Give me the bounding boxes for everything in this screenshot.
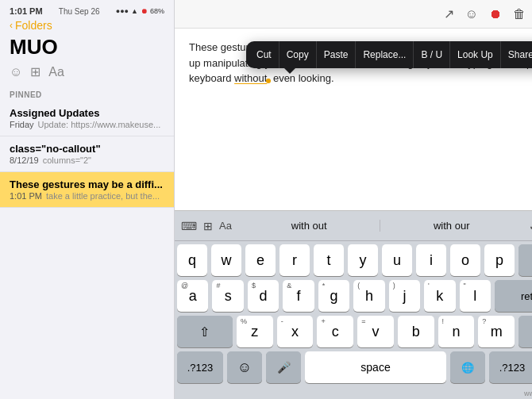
status-bar: 1:01 PM Thu Sep 26 ●●● ▲ ⏺ 68% [10, 6, 164, 16]
numbers-right-key[interactable]: .?123 [489, 351, 532, 383]
sidebar: 1:01 PM Thu Sep 26 ●●● ▲ ⏺ 68% ‹ Folders… [0, 0, 175, 399]
note-preview-2: columns="2" [43, 155, 91, 165]
context-bold-underline[interactable]: B / U [414, 41, 450, 68]
checkmark-icon[interactable]: ✓ [529, 220, 532, 232]
space-key[interactable]: space [305, 351, 446, 383]
key-x[interactable]: -x [277, 316, 314, 347]
keyboard: q w e r t y u i o p ⌫ @a #s $d &f *g (h … [175, 241, 532, 389]
autocomplete-right: ✓ ⊙ ⤢ [522, 220, 532, 232]
key-u[interactable]: u [382, 244, 412, 276]
note-preview-1: Update: https://www.makeuse... [38, 120, 161, 129]
autocomplete-left: ⌨ ⊞ Aa [175, 220, 238, 232]
sidebar-header: 1:01 PM Thu Sep 26 ●●● ▲ ⏺ 68% ‹ Folders… [0, 0, 174, 87]
text-size-icon[interactable]: Aa [48, 65, 64, 79]
emoji-key[interactable]: ☺ [227, 351, 262, 383]
key-a[interactable]: @a [177, 280, 208, 312]
main-panel: ↗ ☺ ⏺ 🗑 ⬆ ✏ Cut Copy Paste Replace... B … [175, 0, 532, 399]
key-row-3: ⇧ %z -x +c =v b !n ?m ⇧ [177, 316, 532, 347]
key-row-2: @a #s $d &f *g (h )j 'k "l return [177, 280, 532, 312]
watermark: www.itiam.com [175, 389, 532, 399]
sidebar-title: MUO [10, 35, 164, 59]
key-d[interactable]: $d [248, 280, 279, 312]
shift-right-key[interactable]: ⇧ [519, 316, 532, 347]
key-f[interactable]: &f [283, 280, 314, 312]
context-paste[interactable]: Paste [317, 41, 357, 68]
key-r[interactable]: r [279, 244, 310, 276]
autocomplete-suggestions: with out with our [238, 220, 522, 232]
chevron-left-icon: ‹ [10, 20, 13, 31]
context-cut[interactable]: Cut [249, 41, 279, 68]
note-title-3: These gestures may be a diffi... [10, 178, 164, 190]
autocomplete-bar: ⌨ ⊞ Aa with out with our ✓ ⊙ ⤢ [175, 211, 532, 241]
note-text-2: even looking. [270, 72, 333, 84]
note-title-1: Assigned Updates [10, 107, 164, 119]
share-icon[interactable]: ↗ [444, 6, 454, 21]
note-preview-3: take a little practice, but the... [46, 191, 160, 201]
recording-icon: ⏺ [141, 7, 148, 15]
key-l[interactable]: "l [460, 280, 491, 312]
note-date-3: 1:01 PM [10, 191, 42, 201]
context-copy[interactable]: Copy [279, 41, 317, 68]
key-e[interactable]: e [245, 244, 276, 276]
smiley-icon[interactable]: ☺ [10, 65, 22, 79]
keyboard-resize-icon[interactable]: ⌨ [181, 220, 197, 232]
backspace-key[interactable]: ⌫ [519, 244, 532, 276]
key-g[interactable]: *g [318, 280, 349, 312]
mic-key[interactable]: 🎤 [266, 351, 301, 383]
note-meta-3: 1:01 PM take a little practice, but the.… [10, 191, 164, 201]
international-key[interactable]: 🌐 [450, 351, 485, 383]
note-title-2: class="no-callout" [10, 143, 164, 155]
key-c[interactable]: +c [317, 316, 353, 347]
key-k[interactable]: 'k [424, 280, 455, 312]
key-y[interactable]: y [348, 244, 378, 276]
key-row-4: .?123 ☺ 🎤 space 🌐 .?123 ⌨ [177, 351, 532, 383]
suggestion-2[interactable]: with our [380, 220, 522, 232]
trash-icon[interactable]: 🗑 [513, 7, 526, 21]
key-m[interactable]: ?m [478, 316, 515, 347]
key-p[interactable]: p [484, 244, 515, 276]
font-icon[interactable]: Aa [219, 220, 232, 232]
note-meta-2: 8/12/19 columns="2" [10, 155, 164, 165]
record-icon[interactable]: ⏺ [489, 7, 502, 21]
key-j[interactable]: )j [389, 280, 420, 312]
shift-key[interactable]: ⇧ [177, 316, 233, 347]
return-key[interactable]: return [495, 280, 532, 312]
status-icons: ●●● ▲ ⏺ 68% [116, 7, 164, 15]
key-n[interactable]: !n [438, 316, 475, 347]
key-q[interactable]: q [177, 244, 207, 276]
key-h[interactable]: (h [353, 280, 384, 312]
table-icon[interactable]: ⊞ [203, 220, 213, 232]
key-b[interactable]: b [398, 316, 434, 347]
suggestion-1[interactable]: with out [238, 220, 381, 232]
key-s[interactable]: #s [212, 280, 243, 312]
folders-button[interactable]: ‹ Folders [10, 19, 164, 32]
note-highlighted-word: without [234, 72, 267, 84]
key-o[interactable]: o [450, 244, 480, 276]
key-v[interactable]: =v [357, 316, 394, 347]
main-toolbar: ↗ ☺ ⏺ 🗑 ⬆ ✏ [175, 0, 532, 29]
note-date-1: Friday [10, 120, 34, 129]
note-date-2: 8/12/19 [10, 155, 39, 165]
note-item-1[interactable]: Assigned Updates Friday Update: https://… [0, 101, 174, 136]
battery-icon: 68% [150, 7, 164, 15]
pinned-label: PINNED [0, 87, 174, 101]
smiley-toolbar-icon[interactable]: ☺ [465, 7, 478, 21]
context-replace[interactable]: Replace... [356, 41, 414, 68]
key-i[interactable]: i [416, 244, 446, 276]
note-item-2[interactable]: class="no-callout" 8/12/19 columns="2" [0, 136, 174, 172]
sidebar-toolbar: ☺ ⊞ Aa [10, 64, 164, 79]
key-w[interactable]: w [211, 244, 241, 276]
key-row-1: q w e r t y u i o p ⌫ [177, 244, 532, 276]
note-item-3[interactable]: These gestures may be a diffi... 1:01 PM… [0, 172, 174, 208]
note-meta-1: Friday Update: https://www.makeuse... [10, 120, 164, 129]
grid-icon[interactable]: ⊞ [30, 64, 40, 79]
key-z[interactable]: %z [237, 316, 273, 347]
keyboard-area: ⌨ ⊞ Aa with out with our ✓ ⊙ ⤢ q w e r [175, 210, 532, 399]
status-date: Thu Sep 26 [59, 7, 100, 16]
numbers-left-key[interactable]: .?123 [177, 351, 223, 383]
context-menu: Cut Copy Paste Replace... B / U Look Up … [246, 41, 532, 68]
key-t[interactable]: t [314, 244, 344, 276]
context-lookup[interactable]: Look Up [450, 41, 501, 68]
status-time: 1:01 PM [10, 6, 43, 16]
context-share[interactable]: Share... [501, 41, 532, 68]
